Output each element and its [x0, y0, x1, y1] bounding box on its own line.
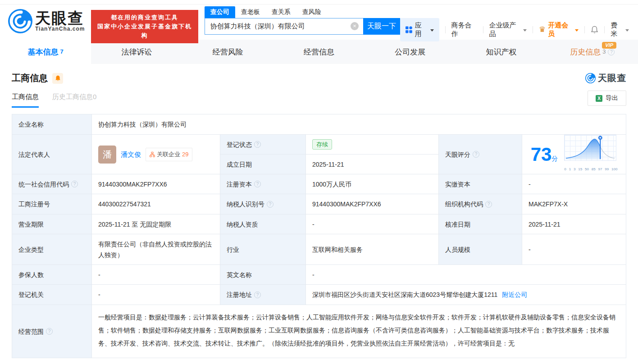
business-info-section: 工商信息 天眼查 工商信息 历史工商信息0 导出 企业名称 — [0, 72, 638, 358]
search-tab-boss[interactable]: 查老板 — [235, 6, 266, 18]
logo-swirl-icon — [8, 9, 32, 33]
help-icon[interactable] — [485, 201, 492, 208]
subscribe-bell-icon[interactable] — [52, 73, 63, 84]
apps-menu[interactable]: 应用 — [400, 18, 439, 41]
crown-icon: ♛ — [539, 27, 546, 33]
tab-basic-info[interactable]: 基本信息 7 — [0, 40, 91, 64]
score-value: 73 — [531, 144, 552, 165]
field-label: 英文名称 — [220, 265, 306, 285]
establish-date-value: 2025-11-21 — [306, 155, 439, 174]
credit-code-value: 91440300MAK2FP7XX6 — [92, 174, 220, 194]
menu-user[interactable]: 费米 — [611, 21, 629, 38]
help-icon[interactable] — [254, 141, 261, 148]
field-label: 登记状态 — [220, 135, 306, 155]
help-icon[interactable] — [46, 328, 53, 335]
field-label: 营业期限 — [12, 214, 92, 234]
field-label: 注册地址 — [220, 285, 306, 305]
search-tab-company[interactable]: 查公司 — [205, 6, 235, 18]
field-label: 企业类型 — [12, 234, 92, 265]
subtab-business-info[interactable]: 工商信息 — [12, 93, 39, 108]
tab-count: 3 — [602, 48, 606, 55]
search-tab-risk[interactable]: 查风险 — [296, 6, 327, 18]
search-input[interactable] — [205, 18, 363, 35]
excel-icon — [596, 95, 602, 102]
logo-brand: 天眼查 — [35, 10, 85, 26]
search-area: 查公司 查老板 查关系 查风险 天眼一下 — [205, 6, 400, 35]
tab-history-info[interactable]: VIP 历史信息 3 — [547, 40, 638, 64]
sub-tabs: 工商信息 历史工商信息0 — [12, 93, 96, 108]
business-info-table: 企业名称 协创算力科技（深圳）有限公司 法定代表人 潘 潘文俊 关联企业 29 — [12, 114, 626, 358]
search-tabs: 查公司 查老板 查关系 查风险 — [205, 6, 400, 18]
field-label: 成立日期 — [220, 155, 306, 174]
field-label: 核准日期 — [439, 214, 522, 234]
search-tab-relation[interactable]: 查关系 — [266, 6, 296, 18]
help-icon[interactable] — [71, 181, 78, 187]
top-menu: 应用 商务合作 企业级产品 ♛ 开通会员 费米 — [400, 18, 629, 41]
field-label: 行业 — [220, 234, 306, 265]
field-label: 经营范围 — [12, 305, 92, 358]
menu-enterprise-products[interactable]: 企业级产品 — [489, 21, 526, 38]
field-label: 组织机构代码 — [439, 194, 522, 214]
chevron-down-icon — [625, 29, 629, 32]
field-label: 工商注册号 — [12, 194, 92, 214]
english-name-value: - — [306, 265, 626, 285]
tab-company-development[interactable]: 公司发展 — [365, 40, 456, 64]
tab-business-risk[interactable]: 经营风险 — [182, 40, 273, 64]
top-strip — [0, 0, 638, 5]
taxpayer-quality-value: - — [306, 214, 439, 234]
related-companies-badge[interactable]: 关联企业 29 — [146, 148, 192, 161]
search-button[interactable]: 天眼一下 — [363, 18, 400, 35]
nearby-companies-link[interactable]: 附近公司 — [502, 290, 527, 300]
logo-domain: TianYanCha.com — [35, 26, 85, 32]
menu-cooperation[interactable]: 商务合作 — [451, 21, 477, 38]
field-label: 纳税人资质 — [220, 214, 306, 234]
status-badge: 存续 — [312, 139, 332, 150]
header: 天眼查 TianYanCha.com 都在用的商业查询工具 国家中小企业发展子基… — [0, 5, 638, 40]
field-label: 登记机关 — [12, 285, 92, 305]
help-icon[interactable] — [267, 201, 273, 208]
score-distribution-chart: 0131550859799100 — [564, 135, 617, 174]
field-label: 人员规模 — [439, 234, 522, 265]
field-label: 注册资本 — [220, 174, 306, 194]
field-label: 统一社会信用代码 — [12, 174, 92, 194]
org-network-icon — [150, 152, 155, 157]
tab-count: 7 — [60, 48, 64, 55]
notification-bell-icon[interactable] — [591, 26, 598, 34]
help-icon[interactable] — [608, 49, 615, 55]
help-icon[interactable] — [254, 291, 261, 298]
related-companies-count: 29 — [182, 150, 188, 159]
approval-date-value: 2025-11-21 — [522, 214, 626, 234]
slogan-line1: 都在用的商业查询工具 — [96, 13, 193, 22]
tyc-score-cell[interactable]: 73分 — [522, 135, 626, 174]
field-label: 纳税人识别号 — [220, 194, 306, 214]
field-label: 实缴资本 — [439, 174, 522, 194]
paid-capital-value: - — [522, 174, 626, 194]
insured-count-value: - — [92, 265, 220, 285]
org-code-value: MAK2FP7X-X — [522, 194, 626, 214]
tab-intellectual-property[interactable]: 知识产权 — [456, 40, 547, 64]
taxpayer-id-value: 91440300MAK2FP7XX6 — [306, 194, 439, 214]
reg-status-cell: 存续 — [306, 135, 439, 155]
help-icon[interactable] — [254, 181, 261, 187]
export-button[interactable]: 导出 — [588, 91, 626, 106]
slogan-line2: 国家中小企业发展子基金旗下机构 — [96, 22, 193, 40]
company-nav-tabs: 基本信息 7 法律诉讼 经营风险 经营信息 公司发展 知识产权 VIP 历史信息… — [0, 40, 638, 64]
chevron-down-icon — [430, 29, 434, 32]
reg-authority-value: - — [92, 285, 220, 305]
watermark-text: 天眼查 — [598, 72, 626, 84]
section-title: 工商信息 — [12, 72, 48, 84]
company-type-value: 有限责任公司（非自然人投资或控股的法人独资） — [92, 234, 220, 265]
chevron-down-icon — [575, 29, 579, 32]
help-icon[interactable] — [473, 151, 479, 158]
field-label: 天眼评分 — [439, 135, 522, 174]
tab-business-info[interactable]: 经营信息 — [273, 40, 365, 64]
subtab-history-business-info[interactable]: 历史工商信息0 — [52, 93, 96, 108]
menu-open-vip[interactable]: ♛ 开通会员 — [539, 21, 579, 38]
tianyancha-logo[interactable]: 天眼查 TianYanCha.com — [8, 9, 85, 33]
legal-rep-avatar[interactable]: 潘 — [98, 146, 116, 164]
slogan-badge: 都在用的商业查询工具 国家中小企业发展子基金旗下机构 — [91, 10, 198, 43]
tab-legal-proceedings[interactable]: 法律诉讼 — [91, 40, 182, 64]
legal-rep-link[interactable]: 潘文俊 — [121, 150, 141, 159]
apps-label: 应用 — [415, 21, 428, 38]
company-name-value: 协创算力科技（深圳）有限公司 — [92, 114, 626, 135]
